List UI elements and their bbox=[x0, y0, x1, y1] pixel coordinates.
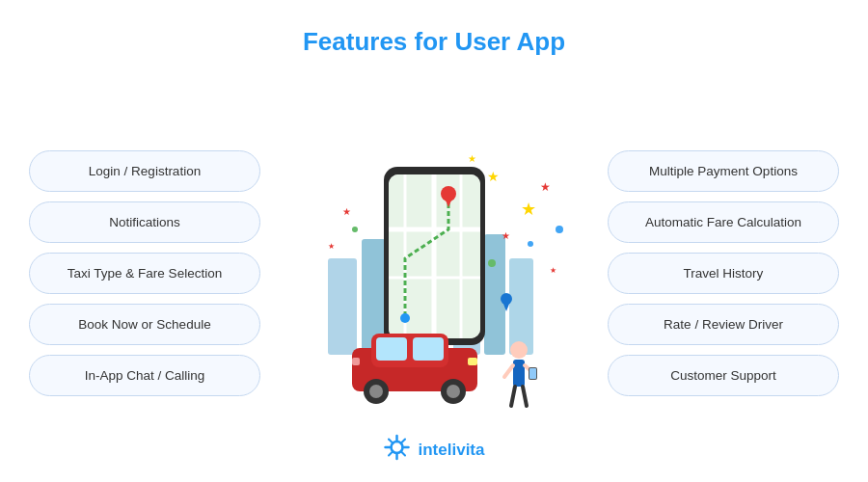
feature-rate-review[interactable]: Rate / Review Driver bbox=[608, 304, 839, 345]
feature-login-registration[interactable]: Login / Registration bbox=[29, 150, 260, 192]
svg-rect-25 bbox=[468, 358, 477, 365]
svg-text:★: ★ bbox=[468, 153, 476, 164]
svg-rect-28 bbox=[513, 360, 525, 387]
svg-rect-0 bbox=[328, 258, 357, 355]
svg-point-44 bbox=[352, 227, 358, 232]
logo-bar: intelivita bbox=[384, 434, 485, 467]
left-features-column: Login / Registration Notifications Taxi … bbox=[29, 150, 260, 396]
svg-point-24 bbox=[447, 385, 460, 398]
svg-rect-19 bbox=[376, 337, 407, 361]
svg-line-55 bbox=[401, 452, 405, 456]
svg-point-46 bbox=[556, 226, 563, 233]
logo-text: intelivita bbox=[419, 441, 485, 460]
svg-text:★: ★ bbox=[487, 169, 500, 184]
svg-rect-5 bbox=[509, 258, 533, 355]
svg-text:★: ★ bbox=[550, 266, 556, 275]
svg-text:★: ★ bbox=[502, 230, 510, 241]
feature-payment-options[interactable]: Multiple Payment Options bbox=[608, 150, 839, 192]
feature-travel-history[interactable]: Travel History bbox=[608, 253, 839, 294]
logo-brand-suffix: vita bbox=[456, 441, 484, 459]
svg-text:★: ★ bbox=[342, 206, 351, 217]
svg-point-16 bbox=[400, 313, 410, 323]
svg-rect-34 bbox=[529, 368, 536, 379]
feature-book-schedule[interactable]: Book Now or Schedule bbox=[29, 304, 260, 345]
feature-customer-support[interactable]: Customer Support bbox=[608, 355, 839, 396]
feature-fare-calculation[interactable]: Automatic Fare Calculation bbox=[608, 201, 839, 243]
svg-rect-20 bbox=[413, 337, 444, 361]
logo-brand: inteli bbox=[419, 441, 457, 459]
svg-text:★: ★ bbox=[328, 242, 335, 251]
feature-chat-calling[interactable]: In-App Chat / Calling bbox=[29, 355, 260, 396]
page-title: Features for User App bbox=[0, 0, 868, 57]
svg-line-56 bbox=[401, 440, 405, 443]
svg-line-57 bbox=[389, 452, 393, 456]
svg-point-43 bbox=[488, 259, 496, 267]
center-illustration: ★ ★ ★ ★ ★ ★ ★ ★ bbox=[260, 90, 608, 456]
main-layout: Login / Registration Notifications Taxi … bbox=[0, 57, 868, 471]
svg-point-45 bbox=[528, 241, 533, 247]
svg-text:★: ★ bbox=[521, 200, 536, 219]
svg-rect-4 bbox=[484, 234, 505, 355]
svg-point-27 bbox=[510, 341, 528, 359]
right-features-column: Multiple Payment Options Automatic Fare … bbox=[608, 150, 839, 396]
feature-taxi-fare[interactable]: Taxi Type & Fare Selection bbox=[29, 253, 260, 294]
svg-line-54 bbox=[389, 440, 393, 443]
feature-notifications[interactable]: Notifications bbox=[29, 201, 260, 243]
svg-text:★: ★ bbox=[540, 180, 551, 194]
svg-line-31 bbox=[504, 365, 513, 377]
svg-point-22 bbox=[369, 385, 383, 398]
svg-rect-26 bbox=[352, 358, 360, 365]
logo-icon bbox=[384, 434, 411, 467]
svg-line-29 bbox=[511, 387, 515, 406]
svg-line-30 bbox=[523, 387, 527, 406]
